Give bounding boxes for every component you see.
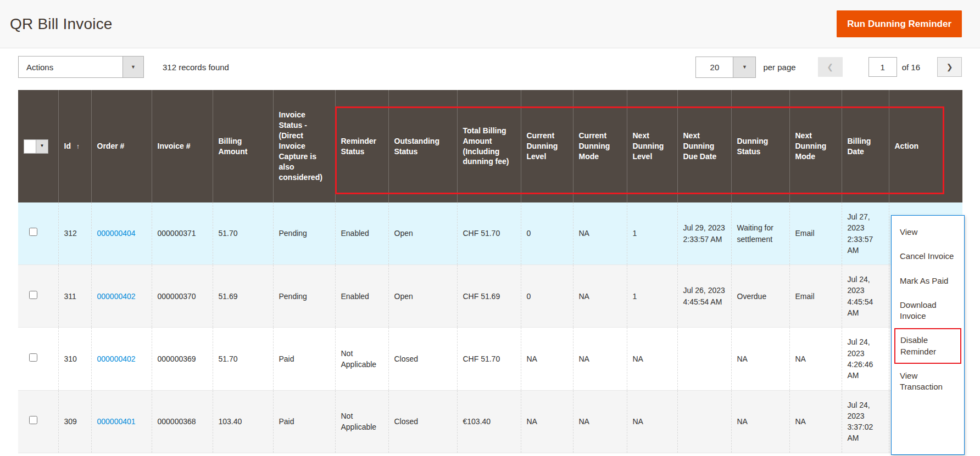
cell-current-dunning-mode: NA	[573, 328, 627, 390]
cell-reminder-status: Enabled	[335, 265, 388, 328]
total-pages-text: of 16	[902, 63, 920, 72]
column-header-id[interactable]: Id ↑	[58, 90, 91, 202]
cell-next-dunning-level: NA	[627, 390, 677, 453]
column-header-action[interactable]: Action	[889, 90, 962, 202]
table-row: 309000000401000000368103.40PaidNot Appli…	[18, 390, 962, 453]
column-header-current-dunning-level[interactable]: Current Dunning Level	[521, 90, 573, 202]
column-header-billing-date[interactable]: Billing Date	[842, 90, 889, 202]
cell-invoice: 000000370	[152, 265, 213, 328]
cell-dunning-status: Waiting for settlement	[731, 202, 789, 265]
invoice-table: ▼ Id ↑Order #Invoice #Billing AmountInvo…	[18, 90, 962, 453]
cell-order: 000000402	[91, 328, 152, 390]
cell-order: 000000401	[91, 390, 152, 453]
menu-item-download-invoice[interactable]: Download Invoice	[892, 293, 964, 329]
cell-current-dunning-mode: NA	[573, 202, 627, 265]
cell-next-dunning-mode: NA	[789, 328, 842, 390]
column-header-invoice-status-direct-invoice-capture-is-also-considered[interactable]: Invoice Status - (Direct Invoice Capture…	[273, 90, 335, 202]
select-all-checkbox[interactable]	[24, 140, 36, 153]
order-link[interactable]: 000000402	[97, 292, 136, 301]
cell-next-dunning-level: 1	[627, 202, 677, 265]
cell-next-dunning-due-date	[677, 390, 731, 453]
cell-id: 311	[58, 265, 91, 328]
row-checkbox-cell	[18, 328, 58, 390]
order-link[interactable]: 000000404	[97, 229, 136, 238]
menu-item-cancel-invoice[interactable]: Cancel Invoice	[892, 244, 964, 268]
cell-billing-amount: 51.70	[213, 328, 273, 390]
cell-invoice-status: Pending	[273, 202, 335, 265]
cell-billing-amount: 103.40	[213, 390, 273, 453]
cell-invoice-status: Paid	[273, 390, 335, 453]
cell-invoice: 000000371	[152, 202, 213, 265]
menu-item-view[interactable]: View	[892, 220, 964, 244]
previous-page-button[interactable]: ❮	[818, 57, 843, 77]
cell-current-dunning-level: 0	[521, 202, 573, 265]
column-header-current-dunning-mode[interactable]: Current Dunning Mode	[573, 90, 627, 202]
run-dunning-reminder-button[interactable]: Run Dunning Reminder	[837, 10, 962, 37]
cell-id: 309	[58, 390, 91, 453]
column-header-invoice[interactable]: Invoice #	[152, 90, 213, 202]
actions-select[interactable]: Actions ▼	[18, 56, 144, 78]
column-header-outstanding-status[interactable]: Outstanding Status	[388, 90, 457, 202]
cell-current-dunning-level: NA	[521, 390, 573, 453]
menu-item-mark-as-paid[interactable]: Mark As Paid	[892, 269, 964, 293]
order-link[interactable]: 000000402	[97, 354, 136, 363]
cell-next-dunning-level: NA	[627, 328, 677, 390]
cell-billing-amount: 51.69	[213, 265, 273, 328]
cell-next-dunning-mode: Email	[789, 265, 842, 328]
cell-order: 000000402	[91, 265, 152, 328]
row-checkbox[interactable]	[29, 353, 37, 362]
column-header-next-dunning-due-date[interactable]: Next Dunning Due Date	[677, 90, 731, 202]
row-checkbox[interactable]	[29, 416, 37, 424]
menu-item-disable-reminder[interactable]: Disable Reminder	[894, 328, 961, 364]
cell-current-dunning-level: NA	[521, 328, 573, 390]
pagination: 20 ▼ per page ❮ of 16 ❯	[695, 57, 962, 78]
cell-invoice: 000000369	[152, 328, 213, 390]
cell-next-dunning-due-date: Jul 29, 2023 2:33:57 AM	[677, 202, 731, 265]
page-header: QR Bill Invoice Run Dunning Reminder	[0, 0, 980, 48]
cell-dunning-status: NA	[731, 390, 789, 453]
cell-next-dunning-mode: NA	[789, 390, 842, 453]
column-header-next-dunning-mode[interactable]: Next Dunning Mode	[789, 90, 842, 202]
select-all-header-cell: ▼	[18, 90, 58, 202]
cell-dunning-status: Overdue	[731, 265, 789, 328]
cell-billing-date: Jul 24, 2023 4:26:46 AM	[842, 328, 889, 390]
cell-total-billing-amount: €103.40	[457, 390, 521, 453]
cell-next-dunning-mode: Email	[789, 202, 842, 265]
cell-billing-date: Jul 24, 2023 3:37:02 AM	[842, 390, 889, 453]
per-page-label: per page	[763, 63, 795, 72]
row-checkbox[interactable]	[29, 291, 37, 299]
cell-invoice: 000000368	[152, 390, 213, 453]
per-page-select[interactable]: 20 ▼	[695, 57, 756, 78]
cell-order: 000000404	[91, 202, 152, 265]
column-header-next-dunning-level[interactable]: Next Dunning Level	[627, 90, 677, 202]
order-link[interactable]: 000000401	[97, 417, 136, 426]
column-header-order[interactable]: Order #	[91, 90, 152, 202]
table-row: 31200000040400000037151.70PendingEnabled…	[18, 202, 962, 265]
row-checkbox-cell	[18, 202, 58, 265]
select-all-control[interactable]: ▼	[24, 139, 48, 154]
row-checkbox[interactable]	[29, 228, 37, 236]
cell-current-dunning-mode: NA	[573, 390, 627, 453]
cell-next-dunning-level: 1	[627, 265, 677, 328]
table-row: 31100000040200000037051.69PendingEnabled…	[18, 265, 962, 328]
row-checkbox-cell	[18, 390, 58, 453]
column-header-billing-amount[interactable]: Billing Amount	[213, 90, 273, 202]
cell-invoice-status: Pending	[273, 265, 335, 328]
cell-outstanding-status: Closed	[388, 390, 457, 453]
column-header-dunning-status[interactable]: Dunning Status	[731, 90, 789, 202]
sort-ascending-icon: ↑	[76, 143, 80, 150]
column-header-total-billing-amount-including-dunning-fee[interactable]: Total Billing Amount (Including dunning …	[457, 90, 521, 202]
table-row: 31000000040200000036951.70PaidNot Applic…	[18, 328, 962, 390]
column-header-reminder-status[interactable]: Reminder Status	[335, 90, 388, 202]
actions-select-label: Actions	[19, 57, 122, 77]
chevron-down-icon: ▼	[733, 57, 755, 77]
chevron-down-icon: ▼	[122, 57, 143, 77]
page-title: QR Bill Invoice	[10, 15, 113, 33]
cell-current-dunning-mode: NA	[573, 265, 627, 328]
page-number-input[interactable]	[868, 57, 897, 77]
next-page-button[interactable]: ❯	[937, 57, 962, 77]
menu-item-view-transaction[interactable]: View Transaction	[892, 364, 964, 399]
per-page-value: 20	[696, 57, 733, 77]
cell-outstanding-status: Open	[388, 265, 457, 328]
cell-next-dunning-due-date: Jul 26, 2023 4:45:54 AM	[677, 265, 731, 328]
